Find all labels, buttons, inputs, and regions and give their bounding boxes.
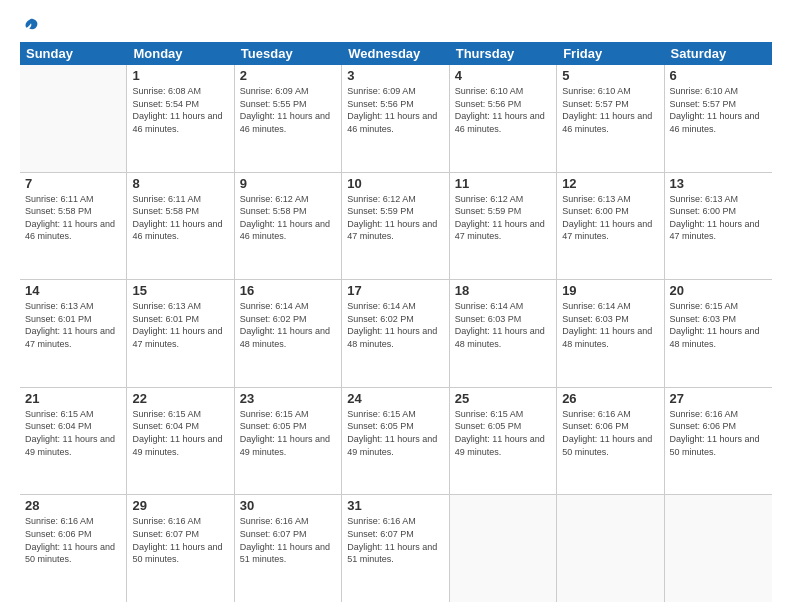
day-number: 12 — [562, 176, 658, 191]
day-info: Sunrise: 6:13 AMSunset: 6:01 PMDaylight:… — [132, 300, 228, 350]
calendar-header: SundayMondayTuesdayWednesdayThursdayFrid… — [20, 42, 772, 65]
day-number: 14 — [25, 283, 121, 298]
calendar-cell: 16Sunrise: 6:14 AMSunset: 6:02 PMDayligh… — [235, 280, 342, 387]
day-info: Sunrise: 6:13 AMSunset: 6:00 PMDaylight:… — [562, 193, 658, 243]
calendar-cell: 27Sunrise: 6:16 AMSunset: 6:06 PMDayligh… — [665, 388, 772, 495]
day-info: Sunrise: 6:10 AMSunset: 5:56 PMDaylight:… — [455, 85, 551, 135]
calendar-week-row: 28Sunrise: 6:16 AMSunset: 6:06 PMDayligh… — [20, 495, 772, 602]
calendar-cell: 21Sunrise: 6:15 AMSunset: 6:04 PMDayligh… — [20, 388, 127, 495]
calendar-cell — [665, 495, 772, 602]
day-info: Sunrise: 6:14 AMSunset: 6:03 PMDaylight:… — [455, 300, 551, 350]
day-number: 11 — [455, 176, 551, 191]
day-number: 3 — [347, 68, 443, 83]
calendar-cell: 7Sunrise: 6:11 AMSunset: 5:58 PMDaylight… — [20, 173, 127, 280]
calendar-cell: 28Sunrise: 6:16 AMSunset: 6:06 PMDayligh… — [20, 495, 127, 602]
weekday-header: Wednesday — [342, 42, 449, 65]
day-info: Sunrise: 6:15 AMSunset: 6:05 PMDaylight:… — [240, 408, 336, 458]
day-info: Sunrise: 6:11 AMSunset: 5:58 PMDaylight:… — [25, 193, 121, 243]
day-info: Sunrise: 6:14 AMSunset: 6:02 PMDaylight:… — [240, 300, 336, 350]
weekday-header: Sunday — [20, 42, 127, 65]
day-number: 8 — [132, 176, 228, 191]
logo-bird-icon — [22, 16, 40, 34]
page: SundayMondayTuesdayWednesdayThursdayFrid… — [0, 0, 792, 612]
calendar-cell: 18Sunrise: 6:14 AMSunset: 6:03 PMDayligh… — [450, 280, 557, 387]
day-number: 9 — [240, 176, 336, 191]
calendar-cell: 3Sunrise: 6:09 AMSunset: 5:56 PMDaylight… — [342, 65, 449, 172]
calendar-cell: 8Sunrise: 6:11 AMSunset: 5:58 PMDaylight… — [127, 173, 234, 280]
day-number: 19 — [562, 283, 658, 298]
day-number: 2 — [240, 68, 336, 83]
day-number: 27 — [670, 391, 767, 406]
calendar-cell: 20Sunrise: 6:15 AMSunset: 6:03 PMDayligh… — [665, 280, 772, 387]
calendar-cell: 2Sunrise: 6:09 AMSunset: 5:55 PMDaylight… — [235, 65, 342, 172]
calendar-cell: 15Sunrise: 6:13 AMSunset: 6:01 PMDayligh… — [127, 280, 234, 387]
logo — [20, 16, 40, 34]
day-info: Sunrise: 6:16 AMSunset: 6:06 PMDaylight:… — [562, 408, 658, 458]
calendar-body: 1Sunrise: 6:08 AMSunset: 5:54 PMDaylight… — [20, 65, 772, 602]
day-number: 10 — [347, 176, 443, 191]
day-info: Sunrise: 6:16 AMSunset: 6:07 PMDaylight:… — [132, 515, 228, 565]
calendar-cell: 10Sunrise: 6:12 AMSunset: 5:59 PMDayligh… — [342, 173, 449, 280]
day-number: 17 — [347, 283, 443, 298]
day-info: Sunrise: 6:09 AMSunset: 5:55 PMDaylight:… — [240, 85, 336, 135]
day-info: Sunrise: 6:16 AMSunset: 6:07 PMDaylight:… — [347, 515, 443, 565]
calendar-week-row: 21Sunrise: 6:15 AMSunset: 6:04 PMDayligh… — [20, 388, 772, 496]
calendar-cell: 29Sunrise: 6:16 AMSunset: 6:07 PMDayligh… — [127, 495, 234, 602]
day-number: 1 — [132, 68, 228, 83]
weekday-header: Monday — [127, 42, 234, 65]
day-info: Sunrise: 6:15 AMSunset: 6:05 PMDaylight:… — [455, 408, 551, 458]
day-info: Sunrise: 6:10 AMSunset: 5:57 PMDaylight:… — [562, 85, 658, 135]
day-number: 15 — [132, 283, 228, 298]
day-info: Sunrise: 6:12 AMSunset: 5:59 PMDaylight:… — [455, 193, 551, 243]
calendar-cell: 13Sunrise: 6:13 AMSunset: 6:00 PMDayligh… — [665, 173, 772, 280]
calendar-week-row: 14Sunrise: 6:13 AMSunset: 6:01 PMDayligh… — [20, 280, 772, 388]
day-info: Sunrise: 6:16 AMSunset: 6:07 PMDaylight:… — [240, 515, 336, 565]
day-info: Sunrise: 6:09 AMSunset: 5:56 PMDaylight:… — [347, 85, 443, 135]
calendar-cell — [20, 65, 127, 172]
calendar-cell — [557, 495, 664, 602]
day-info: Sunrise: 6:12 AMSunset: 5:59 PMDaylight:… — [347, 193, 443, 243]
header — [20, 16, 772, 34]
day-info: Sunrise: 6:08 AMSunset: 5:54 PMDaylight:… — [132, 85, 228, 135]
calendar-cell: 9Sunrise: 6:12 AMSunset: 5:58 PMDaylight… — [235, 173, 342, 280]
day-number: 23 — [240, 391, 336, 406]
day-info: Sunrise: 6:15 AMSunset: 6:05 PMDaylight:… — [347, 408, 443, 458]
calendar: SundayMondayTuesdayWednesdayThursdayFrid… — [20, 42, 772, 602]
day-number: 18 — [455, 283, 551, 298]
calendar-cell: 31Sunrise: 6:16 AMSunset: 6:07 PMDayligh… — [342, 495, 449, 602]
calendar-cell: 24Sunrise: 6:15 AMSunset: 6:05 PMDayligh… — [342, 388, 449, 495]
day-number: 30 — [240, 498, 336, 513]
calendar-cell: 22Sunrise: 6:15 AMSunset: 6:04 PMDayligh… — [127, 388, 234, 495]
calendar-cell: 11Sunrise: 6:12 AMSunset: 5:59 PMDayligh… — [450, 173, 557, 280]
day-info: Sunrise: 6:15 AMSunset: 6:03 PMDaylight:… — [670, 300, 767, 350]
calendar-cell: 23Sunrise: 6:15 AMSunset: 6:05 PMDayligh… — [235, 388, 342, 495]
day-number: 25 — [455, 391, 551, 406]
day-info: Sunrise: 6:16 AMSunset: 6:06 PMDaylight:… — [670, 408, 767, 458]
day-info: Sunrise: 6:10 AMSunset: 5:57 PMDaylight:… — [670, 85, 767, 135]
calendar-cell: 26Sunrise: 6:16 AMSunset: 6:06 PMDayligh… — [557, 388, 664, 495]
day-number: 22 — [132, 391, 228, 406]
day-info: Sunrise: 6:13 AMSunset: 6:00 PMDaylight:… — [670, 193, 767, 243]
day-number: 4 — [455, 68, 551, 83]
day-info: Sunrise: 6:12 AMSunset: 5:58 PMDaylight:… — [240, 193, 336, 243]
day-number: 21 — [25, 391, 121, 406]
calendar-cell: 12Sunrise: 6:13 AMSunset: 6:00 PMDayligh… — [557, 173, 664, 280]
day-number: 5 — [562, 68, 658, 83]
day-info: Sunrise: 6:11 AMSunset: 5:58 PMDaylight:… — [132, 193, 228, 243]
day-number: 16 — [240, 283, 336, 298]
calendar-cell: 30Sunrise: 6:16 AMSunset: 6:07 PMDayligh… — [235, 495, 342, 602]
day-info: Sunrise: 6:16 AMSunset: 6:06 PMDaylight:… — [25, 515, 121, 565]
day-number: 6 — [670, 68, 767, 83]
calendar-cell: 25Sunrise: 6:15 AMSunset: 6:05 PMDayligh… — [450, 388, 557, 495]
day-info: Sunrise: 6:13 AMSunset: 6:01 PMDaylight:… — [25, 300, 121, 350]
calendar-cell: 5Sunrise: 6:10 AMSunset: 5:57 PMDaylight… — [557, 65, 664, 172]
calendar-cell: 14Sunrise: 6:13 AMSunset: 6:01 PMDayligh… — [20, 280, 127, 387]
day-number: 7 — [25, 176, 121, 191]
day-info: Sunrise: 6:15 AMSunset: 6:04 PMDaylight:… — [132, 408, 228, 458]
weekday-header: Friday — [557, 42, 664, 65]
calendar-cell — [450, 495, 557, 602]
weekday-header: Tuesday — [235, 42, 342, 65]
calendar-cell: 19Sunrise: 6:14 AMSunset: 6:03 PMDayligh… — [557, 280, 664, 387]
weekday-header: Thursday — [450, 42, 557, 65]
calendar-cell: 4Sunrise: 6:10 AMSunset: 5:56 PMDaylight… — [450, 65, 557, 172]
